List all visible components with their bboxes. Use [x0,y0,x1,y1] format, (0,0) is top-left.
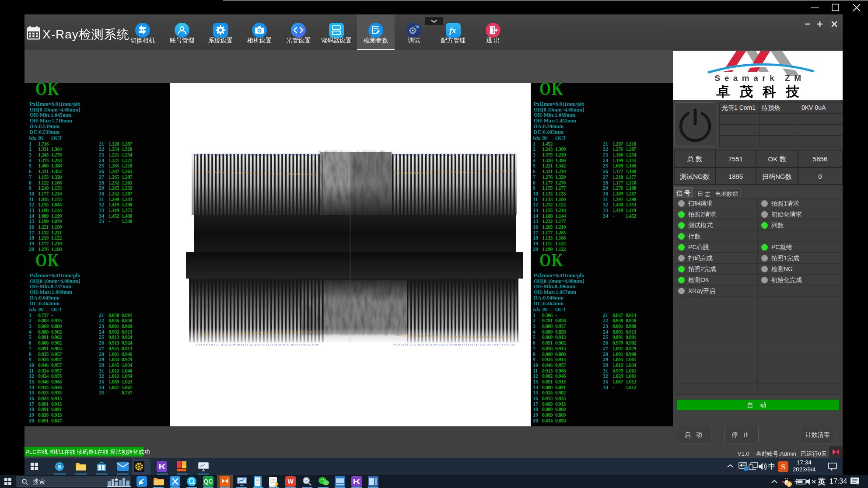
svg-text:34 33 32 31 30 29 28 27 26 25: 34 33 32 31 30 29 28 27 26 25 24 23 22 2… [393,343,515,346]
svg-text:S: S [781,463,785,471]
svg-text:34 33 32 31 30 29 28 27 26 25: 34 33 32 31 30 29 28 27 26 25 24 23 22 2… [392,153,515,156]
svg-text:2 3 4 5 6 7 8 9 10 11 12 13 14: 2 3 4 5 6 7 8 9 10 11 12 13 14 15 16 17 … [196,343,318,346]
svg-text:fx: fx [449,26,456,35]
svg-text:卓茂科技: 卓茂科技 [716,84,809,99]
svg-text:1 2 3 4 5 6 7 8 9 10 11 12 13: 1 2 3 4 5 6 7 8 9 10 11 12 13 14 15 16 1… [195,153,320,156]
svg-text:Seamark ZM: Seamark ZM [715,73,805,83]
